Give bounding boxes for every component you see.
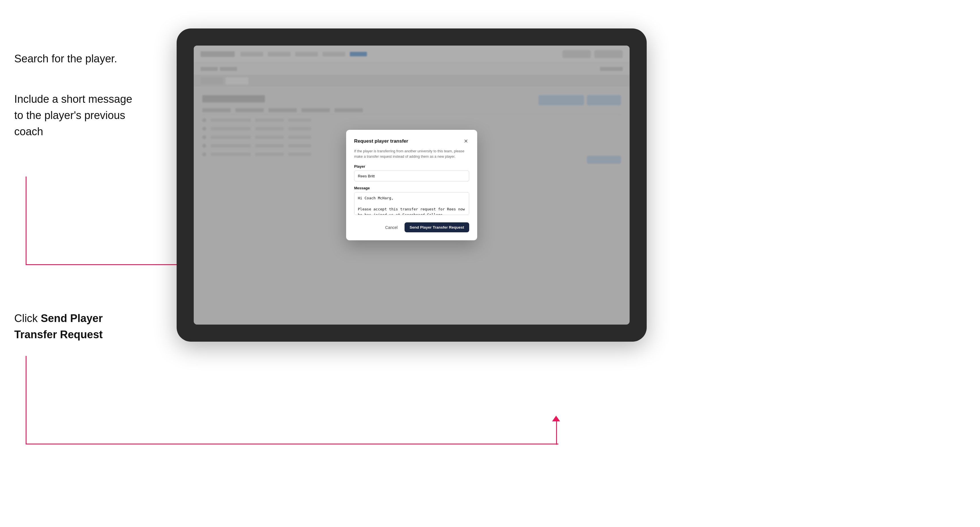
modal-actions: Cancel Send Player Transfer Request [354, 222, 469, 232]
annotation-step1: Search for the player. [14, 51, 117, 66]
modal-description: If the player is transferring from anoth… [354, 149, 469, 159]
cancel-button[interactable]: Cancel [382, 223, 401, 232]
arrow-line-2-horizontal [25, 444, 558, 444]
tablet-screen: Request player transfer ✕ If the player … [194, 46, 630, 325]
arrow-line-1-vertical [25, 176, 27, 265]
arrow-line-2-vertical-up [556, 419, 557, 445]
modal-overlay: Request player transfer ✕ If the player … [194, 46, 630, 325]
request-transfer-modal: Request player transfer ✕ If the player … [346, 130, 477, 241]
player-input[interactable] [354, 171, 469, 181]
send-transfer-button[interactable]: Send Player Transfer Request [404, 222, 469, 232]
modal-title: Request player transfer [354, 138, 408, 144]
message-label: Message [354, 186, 469, 190]
tablet-device: Request player transfer ✕ If the player … [177, 29, 647, 342]
modal-header: Request player transfer ✕ [354, 138, 469, 144]
arrow-2-head [552, 416, 560, 421]
arrow-line-2-vertical [25, 356, 27, 444]
annotation-step2: Include a short messageto the player's p… [14, 91, 132, 140]
modal-close-button[interactable]: ✕ [462, 138, 469, 144]
annotation-step3: Click Send Player Transfer Request [14, 310, 123, 343]
message-textarea[interactable]: Hi Coach McHarg, Please accept this tran… [354, 192, 469, 215]
player-label: Player [354, 164, 469, 168]
